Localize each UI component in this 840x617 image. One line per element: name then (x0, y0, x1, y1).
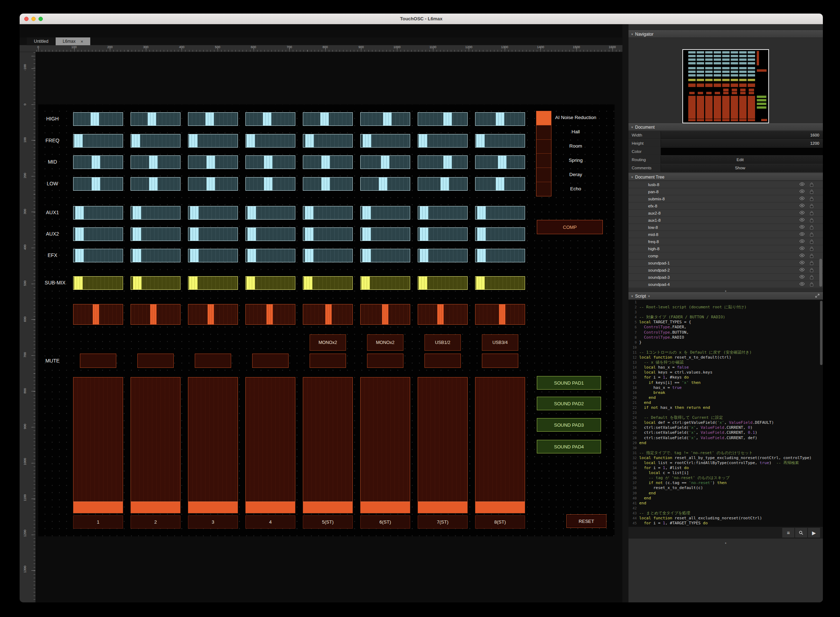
lock-icon[interactable] (810, 275, 813, 279)
fader-efx-4[interactable] (245, 249, 295, 262)
document-tree-section-header[interactable]: ▾Document Tree (629, 173, 823, 181)
fader-low-6[interactable] (360, 177, 410, 191)
fader-mid-6[interactable] (360, 155, 410, 169)
navigator-preview[interactable] (682, 49, 769, 123)
fader-submix-4[interactable] (245, 276, 295, 290)
fader-submix-5[interactable] (303, 276, 353, 290)
fader-low-2[interactable] (130, 177, 180, 191)
script-search-button[interactable] (795, 528, 807, 537)
fader-aux1-1[interactable] (73, 206, 123, 220)
fader-pan-8[interactable] (475, 304, 525, 325)
tree-item[interactable]: submix-8 (629, 195, 823, 202)
document-section-header[interactable]: ▾Document (629, 123, 823, 131)
fader-main-1[interactable] (73, 377, 123, 513)
comp-button[interactable]: COMP (537, 220, 603, 234)
fader-low-3[interactable] (188, 177, 238, 191)
fader-aux1-6[interactable] (360, 206, 410, 220)
lock-icon[interactable] (810, 196, 813, 201)
script-section-header[interactable]: ▾ Script▾ (629, 292, 823, 300)
fader-high-8[interactable] (475, 112, 525, 126)
fader-freq-2[interactable] (130, 134, 180, 148)
visibility-eye-icon[interactable] (799, 261, 805, 264)
fader-submix-1[interactable] (73, 276, 123, 290)
visibility-eye-icon[interactable] (799, 189, 805, 193)
fader-freq-8[interactable] (475, 134, 525, 148)
width-field[interactable]: 1600 (661, 131, 823, 139)
mute-button-5[interactable] (310, 354, 346, 368)
tree-item[interactable]: efx-8 (629, 202, 823, 210)
fader-efx-2[interactable] (130, 249, 180, 262)
fader-freq-4[interactable] (245, 134, 295, 148)
title-bar[interactable]: TouchOSC - L6max (20, 13, 823, 24)
tab-l6max[interactable]: L6max× (56, 37, 90, 45)
mute-button-3[interactable] (195, 354, 231, 368)
tree-item[interactable]: pan-8 (629, 188, 823, 195)
lock-icon[interactable] (810, 225, 813, 230)
visibility-eye-icon[interactable] (799, 246, 805, 250)
height-field[interactable]: 1200 (661, 139, 823, 147)
fader-aux1-4[interactable] (245, 206, 295, 220)
script-list-button[interactable]: ≡ (782, 528, 794, 537)
fader-high-5[interactable] (303, 112, 353, 126)
fader-aux2-8[interactable] (475, 227, 525, 241)
fader-freq-6[interactable] (360, 134, 410, 148)
visibility-eye-icon[interactable] (799, 232, 805, 236)
fader-efx-1[interactable] (73, 249, 123, 262)
lock-icon[interactable] (810, 189, 813, 194)
sound-pad-button-2[interactable]: SOUND PAD2 (537, 397, 601, 410)
visibility-eye-icon[interactable] (799, 204, 805, 207)
lock-icon[interactable] (810, 218, 813, 223)
canvas-viewport[interactable]: HIGHFREQMIDLOWAUX1AUX2EFXSUB-MIXMONOx2MO… (35, 52, 623, 602)
fader-main-2[interactable] (130, 377, 180, 513)
visibility-eye-icon[interactable] (799, 268, 805, 272)
fader-low-5[interactable] (303, 177, 353, 191)
fader-high-1[interactable] (73, 112, 123, 126)
fader-mid-7[interactable] (418, 155, 467, 169)
fader-aux2-4[interactable] (245, 227, 295, 241)
tree-item[interactable]: soundpad-1 (629, 260, 823, 267)
document-surface[interactable]: HIGHFREQMIDLOWAUX1AUX2EFXSUB-MIXMONOx2MO… (38, 105, 615, 536)
fader-pan-2[interactable] (130, 304, 180, 325)
fader-high-4[interactable] (245, 112, 295, 126)
tree-scrollbar[interactable] (819, 259, 822, 286)
fader-low-8[interactable] (475, 177, 525, 191)
navigator-section-header[interactable]: ▾Navigator (629, 30, 823, 38)
fader-aux1-8[interactable] (475, 206, 525, 220)
fader-aux2-2[interactable] (130, 227, 180, 241)
fader-aux2-5[interactable] (303, 227, 353, 241)
fader-mid-5[interactable] (303, 155, 353, 169)
tree-item[interactable]: soundpad-4 (629, 281, 823, 288)
tree-item[interactable]: freq-8 (629, 238, 823, 245)
tree-item[interactable]: comp (629, 252, 823, 260)
mute-button-4[interactable] (252, 354, 288, 368)
fader-high-3[interactable] (188, 112, 238, 126)
lock-icon[interactable] (810, 282, 813, 286)
fader-main-8[interactable] (475, 377, 525, 513)
fader-aux1-5[interactable] (303, 206, 353, 220)
fader-efx-3[interactable] (188, 249, 238, 262)
fader-high-6[interactable] (360, 112, 410, 126)
lock-icon[interactable] (810, 261, 813, 265)
fader-efx-7[interactable] (418, 249, 467, 262)
visibility-eye-icon[interactable] (799, 239, 805, 243)
fader-pan-4[interactable] (245, 304, 295, 325)
lock-icon[interactable] (810, 239, 813, 244)
color-swatch[interactable] (661, 148, 823, 155)
tree-item[interactable]: aux1-8 (629, 217, 823, 224)
fader-main-4[interactable] (245, 377, 295, 513)
fader-main-7[interactable] (418, 377, 467, 513)
fader-aux2-6[interactable] (360, 227, 410, 241)
visibility-eye-icon[interactable] (799, 211, 805, 215)
routing-edit-button[interactable]: Edit (661, 156, 823, 164)
script-resize-handle[interactable]: ● (629, 542, 823, 545)
visibility-eye-icon[interactable] (799, 218, 805, 222)
mute-button-8[interactable] (482, 354, 518, 368)
fader-pan-3[interactable] (188, 304, 238, 325)
tree-item[interactable]: soundpad-2 (629, 267, 823, 274)
fader-pan-6[interactable] (360, 304, 410, 325)
tree-item[interactable]: low-8 (629, 224, 823, 231)
fader-high-2[interactable] (130, 112, 180, 126)
lock-icon[interactable] (810, 254, 813, 258)
comments-show-button[interactable]: Show (661, 164, 823, 172)
fader-main-3[interactable] (188, 377, 238, 513)
